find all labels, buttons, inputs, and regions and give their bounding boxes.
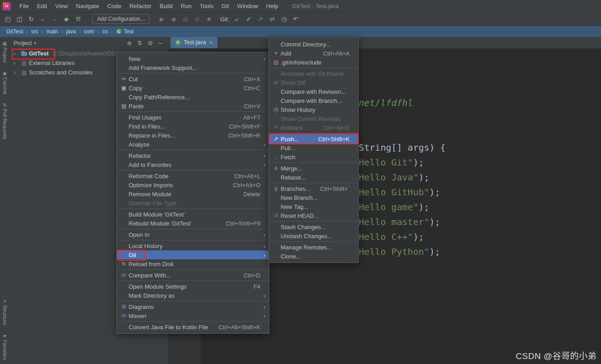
context-menu-item-rebuild-module-gittest[interactable]: Rebuild Module 'GitTest'Ctrl+Shift+F9 (117, 219, 269, 228)
git-submenu-item-rebase[interactable]: Rebase... (269, 173, 358, 182)
context-menu-item-maven[interactable]: mMaven› (117, 311, 269, 320)
tool-window-button-commit[interactable]: ◉Commit (2, 71, 8, 94)
git-submenu-item-commit-directory[interactable]: Commit Directory... (269, 40, 358, 49)
modules-icon[interactable]: ◈ (60, 15, 72, 23)
context-menu-item-new[interactable]: New› (117, 54, 269, 63)
context-menu-item-find-in-files[interactable]: Find in Files...Ctrl+Shift+F (117, 122, 269, 131)
git-submenu-item-push[interactable]: ↗Push...Ctrl+Shift+K (269, 134, 358, 143)
context-menu-item-add-to-favorites[interactable]: Add to Favorites› (117, 160, 269, 169)
menubar-item-build[interactable]: Build (156, 0, 177, 12)
hide-icon[interactable]: ─ (158, 40, 162, 46)
push-arrow-icon[interactable]: ↗ (254, 15, 266, 23)
sync-icon[interactable]: ↻ (25, 15, 37, 23)
context-menu-item-remove-module[interactable]: Remove ModuleDelete (117, 189, 269, 198)
menubar-item-code[interactable]: Code (103, 0, 125, 12)
git-submenu-item-clone[interactable]: Clone... (269, 252, 358, 261)
menubar-item-help[interactable]: Help (262, 0, 282, 12)
git-submenu-item-unstash-changes[interactable]: Unstash Changes... (269, 231, 358, 240)
menubar-item-navigate[interactable]: Navigate (72, 0, 103, 12)
git-submenu-item-show-history[interactable]: ◷Show History (269, 105, 358, 114)
context-menu-item-open-module-settings[interactable]: Open Module SettingsF4 (117, 282, 269, 291)
menubar-item-file[interactable]: File (15, 0, 33, 12)
forward-icon[interactable]: → (49, 15, 60, 23)
menubar-item-git[interactable]: Git (217, 0, 233, 12)
git-submenu-item-show-current-revision[interactable]: Show Current Revision (269, 114, 358, 123)
rollback-icon[interactable]: ↶ (290, 15, 301, 23)
intellij-logo-icon[interactable]: IJ (3, 2, 11, 10)
git-submenu-item-show-diff[interactable]: ⇄Show Diff (269, 78, 358, 87)
save-icon[interactable]: ◫ (14, 15, 25, 23)
context-menu-item-diagrams[interactable]: ⊞Diagrams› (117, 302, 269, 311)
coverage-icon[interactable]: ◎ (180, 15, 191, 23)
chevron-right-icon[interactable]: › (14, 50, 20, 57)
context-menu-item-reformat-code[interactable]: Reformat CodeCtrl+Alt+L (117, 171, 269, 180)
git-submenu-item-annotate-with-git-blame[interactable]: Annotate with Git Blame (269, 69, 358, 78)
run-configurations-select[interactable]: Add Configuration... (92, 14, 150, 24)
git-submenu-item-pull[interactable]: Pull... (269, 143, 358, 152)
menubar-item-edit[interactable]: Edit (33, 0, 51, 12)
context-menu-item-compare-with[interactable]: ⇄Compare With...Ctrl+D (117, 271, 269, 280)
context-menu-item-cut[interactable]: ✂CutCtrl+X (117, 74, 269, 83)
close-icon[interactable]: × (209, 39, 213, 46)
chevron-down-icon[interactable]: ▾ (34, 41, 36, 46)
breadcrumb-item-src[interactable]: src (30, 28, 39, 35)
context-menu-item-override-file-type[interactable]: Override File Type (117, 198, 269, 207)
context-menu-item-find-usages[interactable]: Find UsagesAlt+F7 (117, 113, 269, 122)
menubar-item-run[interactable]: Run (177, 0, 196, 12)
breadcrumb-item-test[interactable]: CTest (115, 28, 134, 35)
menubar-item-tools[interactable]: Tools (196, 0, 217, 12)
context-menu-item-add-framework-support[interactable]: Add Framework Support... (117, 63, 269, 72)
context-menu-item-copy-path-reference[interactable]: Copy Path/Reference... (117, 92, 269, 101)
context-menu-item-open-in[interactable]: Open In› (117, 230, 269, 239)
context-menu-item-copy[interactable]: ▣CopyCtrl+C (117, 83, 269, 92)
chevron-right-icon[interactable]: › (14, 69, 20, 76)
menubar-item-window[interactable]: Window (233, 0, 262, 12)
run-icon[interactable]: ▶ (156, 15, 168, 23)
context-menu-item-analyze[interactable]: Analyze› (117, 140, 269, 149)
tab-test-java[interactable]: C Test.java × (171, 37, 217, 48)
context-menu-item-optimize-imports[interactable]: Optimize ImportsCtrl+Alt+O (117, 180, 269, 189)
tool-window-button-project[interactable]: ▦Project (2, 41, 8, 63)
history-icon[interactable]: ◷ (278, 15, 290, 23)
debug-icon[interactable]: ◆ (168, 15, 180, 23)
breadcrumb-item-main[interactable]: main (46, 28, 59, 35)
locate-icon[interactable]: ⊕ (127, 40, 132, 46)
tool-window-button-structure[interactable]: ≡Structure (2, 299, 8, 325)
update-project-icon[interactable]: ↙ (231, 15, 243, 23)
git-submenu-item-merge[interactable]: ⋔Merge... (269, 164, 358, 173)
git-submenu-item-compare-with-branch[interactable]: Compare with Branch... (269, 96, 358, 105)
context-menu-item-refactor[interactable]: Refactor› (117, 151, 269, 160)
chevron-right-icon[interactable]: › (14, 60, 20, 66)
git-submenu-item-new-branch[interactable]: New Branch... (269, 193, 358, 202)
gear-icon[interactable]: ⚙ (148, 40, 153, 46)
git-submenu-item-new-tag[interactable]: New Tag... (269, 202, 358, 211)
git-submenu-item-stash-changes[interactable]: Stash Changes... (269, 222, 358, 231)
breadcrumb-item-java[interactable]: java (65, 28, 77, 35)
code-area[interactable]: net/lfdfhlString[] args) {Hello Git");He… (359, 37, 601, 364)
collapse-all-icon[interactable]: ⇅ (137, 40, 142, 46)
back-icon[interactable]: ← (37, 15, 49, 23)
commit-check-icon[interactable]: ✔ (243, 15, 254, 23)
build-icon[interactable]: ⚒ (72, 15, 84, 23)
breadcrumb-item-com[interactable]: com (83, 28, 95, 35)
menubar-item-refactor[interactable]: Refactor (125, 0, 156, 12)
context-menu-item-paste[interactable]: ▤PasteCtrl+V (117, 101, 269, 111)
context-menu-item-replace-in-files[interactable]: Replace in Files...Ctrl+Shift+R (117, 131, 269, 140)
context-menu-item-convert-java-file-to-kotlin-file[interactable]: Convert Java File to Kotlin FileCtrl+Alt… (117, 323, 269, 332)
git-submenu-item-fetch[interactable]: ↓Fetch (269, 152, 358, 161)
breadcrumb-item-cn[interactable]: cn (101, 28, 109, 35)
context-menu-item-mark-directory-as[interactable]: Mark Directory as› (117, 291, 269, 300)
context-menu-item-local-history[interactable]: Local History› (117, 241, 269, 250)
git-submenu-item-rollback[interactable]: ↶Rollback...Ctrl+Alt+Z (269, 123, 358, 132)
open-icon[interactable]: ◰ (2, 15, 14, 23)
git-submenu-item-manage-remotes[interactable]: Manage Remotes... (269, 243, 358, 252)
tool-window-button-favorites[interactable]: ★Favorites (2, 333, 8, 360)
git-submenu-item-add[interactable]: +AddCtrl+Alt+A (269, 49, 358, 58)
tool-window-button-pull-requests[interactable]: ⇅Pull Requests (2, 102, 8, 139)
context-menu-item-build-module-gittest[interactable]: Build Module 'GitTest' (117, 210, 269, 219)
menubar-item-view[interactable]: View (51, 0, 72, 12)
stop-icon[interactable]: ■ (203, 15, 215, 23)
diff-icon[interactable]: ⇄ (266, 15, 278, 23)
breadcrumb-item-gittest[interactable]: GitTest (5, 28, 24, 35)
git-submenu-item-reset-head[interactable]: ↺Reset HEAD... (269, 211, 358, 220)
